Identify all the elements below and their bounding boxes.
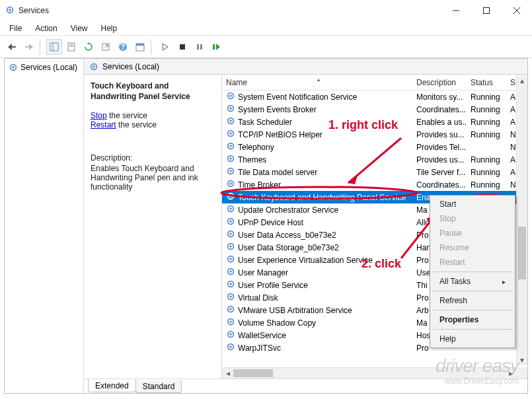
service-row[interactable]: ThemesProvides us...RunningA — [222, 153, 527, 166]
toolbar-properties-button[interactable] — [63, 39, 79, 55]
nav-forward-button[interactable] — [21, 39, 37, 55]
ctx-resume: Resume — [430, 240, 515, 255]
service-name: User Profile Service — [238, 281, 308, 290]
scroll-left-icon[interactable]: ◂ — [222, 368, 233, 379]
toolbar-calendar-button[interactable] — [132, 39, 148, 55]
service-row[interactable]: TelephonyProvides Tel...N — [222, 141, 527, 153]
gear-icon — [226, 317, 235, 328]
scroll-down-icon[interactable]: ▾ — [517, 354, 527, 365]
service-name: Telephony — [238, 143, 274, 152]
svg-rect-6 — [12, 46, 16, 48]
svg-rect-18 — [180, 44, 185, 50]
service-start-button[interactable] — [157, 39, 173, 55]
detail-restart-line: Restart the service — [91, 120, 215, 129]
service-stop-button[interactable] — [174, 39, 190, 55]
vertical-scrollbar[interactable]: ▴ ▾ — [516, 75, 527, 365]
svg-rect-20 — [200, 44, 202, 50]
toolbar-refresh-button[interactable] — [81, 39, 96, 55]
service-row[interactable]: System Events BrokerCoordinates...Runnin… — [222, 103, 527, 116]
svg-point-41 — [229, 182, 232, 185]
service-row[interactable]: System Event Notification ServiceMonitor… — [222, 91, 527, 103]
service-description: Provides su... — [412, 130, 467, 139]
column-name[interactable]: Name▴ — [222, 78, 412, 87]
ctx-all-tasks[interactable]: All Tasks▸ — [430, 274, 515, 289]
gear-icon — [89, 62, 98, 71]
stop-service-link[interactable]: Stop — [91, 111, 107, 120]
service-status: Running — [467, 92, 506, 102]
gear-icon — [226, 116, 235, 127]
horizontal-scrollbar[interactable]: ◂ ▸ — [222, 367, 516, 379]
service-name: Tile Data model server — [238, 168, 317, 177]
service-name: WarpJITSvc — [238, 344, 281, 353]
menu-bar: File Action View Help — [0, 21, 532, 36]
svg-rect-8 — [50, 43, 58, 51]
scroll-corner — [516, 367, 527, 379]
service-restart-button[interactable] — [209, 39, 225, 55]
service-description: Provides Tel... — [412, 143, 467, 152]
svg-point-63 — [229, 320, 232, 323]
service-row[interactable]: Time BrokerCoordinates...RunningN — [222, 178, 527, 191]
svg-point-1 — [9, 9, 11, 11]
tab-standard[interactable]: Standard — [135, 381, 182, 393]
gear-icon — [226, 179, 235, 190]
svg-point-31 — [229, 120, 232, 122]
svg-line-4 — [513, 7, 520, 14]
toolbar: ? — [0, 36, 532, 58]
menu-view[interactable]: View — [65, 22, 93, 34]
toolbar-export-button[interactable] — [98, 39, 114, 55]
tab-extended[interactable]: Extended — [88, 379, 136, 392]
gear-icon — [226, 342, 235, 353]
service-name: Update Orchestrator Service — [238, 205, 338, 215]
minimize-button[interactable] — [441, 0, 471, 21]
column-status[interactable]: Status — [467, 78, 506, 87]
menu-action[interactable]: Action — [30, 22, 62, 34]
right-pane-title: Services (Local) — [102, 62, 159, 71]
service-row[interactable]: TCP/IP NetBIOS HelperProvides su...Runni… — [222, 128, 527, 141]
service-name: WalletService — [238, 331, 286, 340]
svg-point-65 — [229, 333, 232, 336]
gear-icon — [226, 254, 235, 266]
scroll-thumb[interactable] — [518, 227, 526, 279]
window-title: Services — [19, 6, 441, 15]
svg-rect-10 — [68, 43, 75, 51]
menu-file[interactable]: File — [4, 22, 27, 34]
svg-point-25 — [93, 65, 95, 68]
hscroll-thumb[interactable] — [233, 369, 273, 377]
svg-point-49 — [229, 233, 232, 235]
service-name: VMware USB Arbitration Service — [238, 306, 352, 315]
gear-icon — [226, 292, 235, 303]
ctx-start[interactable]: Start — [430, 197, 515, 211]
ctx-separator — [433, 329, 512, 330]
tree-root-services-local[interactable]: Services (Local) — [7, 61, 81, 73]
service-name: Touch Keyboard and Handwriting Panel Ser… — [238, 193, 406, 202]
svg-point-33 — [229, 132, 232, 135]
service-row[interactable]: Tile Data model serverTile Server f...Ru… — [222, 166, 527, 178]
svg-point-29 — [229, 107, 232, 110]
svg-point-39 — [229, 170, 232, 172]
ctx-properties[interactable]: Properties — [430, 312, 515, 327]
toolbar-show-hide-button[interactable] — [46, 39, 62, 55]
svg-point-23 — [12, 66, 15, 69]
right-pane: Services (Local) Touch Keyboard and Hand… — [84, 59, 527, 393]
toolbar-help-button[interactable]: ? — [115, 39, 131, 55]
ctx-separator — [433, 272, 512, 272]
detail-description-text: Enables Touch Keyboard and Handwriting P… — [91, 164, 215, 192]
close-button[interactable] — [502, 0, 532, 21]
restart-service-link[interactable]: Restart — [91, 120, 116, 129]
scroll-up-icon[interactable]: ▴ — [517, 75, 527, 86]
detail-description-label: Description: — [91, 153, 215, 163]
menu-help[interactable]: Help — [96, 22, 123, 34]
nav-back-button[interactable] — [4, 39, 20, 55]
service-row[interactable]: Task SchedulerEnables a us...RunningA — [222, 116, 527, 128]
column-headers: Name▴ Description Status S — [222, 75, 527, 91]
ctx-refresh[interactable]: Refresh — [430, 293, 515, 308]
service-pause-button[interactable] — [192, 39, 208, 55]
svg-point-57 — [229, 283, 232, 285]
maximize-button[interactable] — [471, 0, 502, 21]
service-name: User Experience Virtualization Service — [238, 256, 373, 265]
service-name: Virtual Disk — [238, 293, 278, 303]
ctx-help[interactable]: Help — [430, 332, 515, 346]
column-description[interactable]: Description — [412, 78, 467, 87]
scroll-right-icon[interactable]: ▸ — [505, 368, 516, 379]
service-name: User Data Storage_b0e73e2 — [238, 243, 339, 252]
